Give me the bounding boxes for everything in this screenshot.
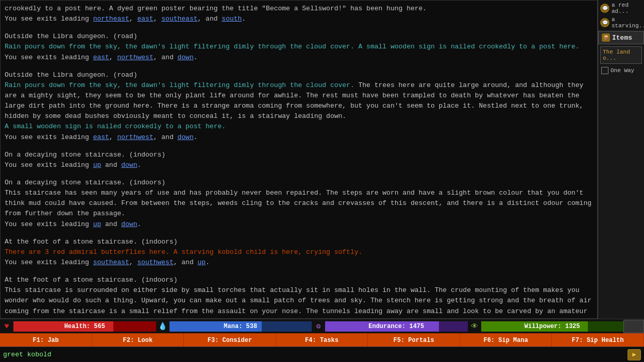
eye-icon: 👁 — [468, 320, 481, 333]
mana-label: Mana: 538 — [224, 323, 257, 330]
health-status: ♥ Health: 565 — [0, 319, 156, 333]
items-icon: 📦 — [602, 33, 610, 42]
drop-icon: 💧 — [156, 320, 170, 333]
exit-east-2[interactable]: east — [93, 54, 109, 61]
text-line: crookedly to a post here. A dyed green p… — [5, 5, 427, 12]
avatar — [623, 320, 644, 333]
location-title-7: At the foot of a stone staircase. (indoo… — [5, 276, 177, 284]
exit-down-2[interactable]: down — [178, 54, 194, 61]
fkey-7[interactable]: F7: Sip Health — [552, 334, 644, 347]
one-way-label: One Way — [611, 67, 634, 74]
location-title-2: Outside the Libra dungeon. (road) — [5, 32, 137, 40]
exit-east-3[interactable]: east — [93, 133, 109, 141]
orange-text-6: There are 3 red admiral butterflies here… — [5, 248, 362, 256]
creature-label-2: a starving... — [612, 16, 644, 29]
map-label: The land o... — [600, 46, 642, 64]
exit-northwest-2[interactable]: northwest — [117, 54, 153, 61]
fkey-3[interactable]: F3: Consider — [184, 334, 276, 347]
willpower-bar: Willpower: 1325 — [481, 321, 624, 332]
text-block-4: On a decaying stone staircase. (indoors)… — [5, 150, 593, 170]
location-title-3: Outside the Libra dungeon. (road) — [5, 71, 137, 79]
fkey-5[interactable]: F5: Portals — [368, 334, 460, 347]
willpower-label: Willpower: 1325 — [524, 323, 580, 330]
one-way-checkbox[interactable] — [601, 67, 608, 74]
command-input[interactable] — [3, 351, 625, 358]
health-bar: Health: 565 — [13, 321, 156, 332]
sidebar-creature-1: 💬 a red ad... — [600, 2, 642, 14]
location-title-6: At the foot of a stone staircase. (indoo… — [5, 238, 177, 246]
submit-button[interactable]: ▶ — [628, 349, 641, 360]
items-header[interactable]: 📦 Items — [598, 31, 644, 44]
input-area: ▶ — [0, 347, 644, 362]
sidebar-creature-2: 💬 a starving... — [600, 16, 642, 29]
exit-up-4[interactable]: up — [93, 161, 101, 169]
willpower-status: 👁 Willpower: 1325 — [468, 319, 624, 333]
text-block-7: At the foot of a stone staircase. (indoo… — [5, 275, 593, 319]
text-block-2: Outside the Libra dungeon. (road) Rain p… — [5, 31, 593, 62]
teal-text-2: Rain pours down from the sky, the dawn's… — [5, 43, 580, 50]
sidebar-top: 💬 a red ad... 💬 a starving... — [598, 0, 644, 31]
text-block-1: crookedly to a post here. A dyed green p… — [5, 4, 593, 24]
swirl-icon: ⚙ — [312, 320, 325, 333]
exits-line-6: You see exits leading southeast, southwe… — [5, 258, 210, 266]
endurance-label: Endurance: 1475 — [368, 323, 424, 330]
exit-southeast-1[interactable]: southeast — [161, 15, 197, 23]
exit-northwest-3[interactable]: northwest — [117, 133, 153, 141]
text-block-3: Outside the Libra dungeon. (road) Rain p… — [5, 70, 593, 143]
text-block-5: On a decaying stone staircase. (indoors)… — [5, 178, 593, 230]
exits-line-2: You see exits leading east, northwest, a… — [5, 54, 198, 61]
exit-up-6[interactable]: up — [198, 258, 206, 266]
location-title-4: On a decaying stone staircase. (indoors) — [5, 151, 165, 159]
sidebar: 💬 a red ad... 💬 a starving... 📦 Items Th… — [598, 0, 644, 319]
fkey-6[interactable]: F6: Sip Mana — [460, 334, 552, 347]
teal-text-3b: A small wooden sign is nailed crookedly … — [5, 123, 226, 130]
exit-northeast[interactable]: northeast — [93, 15, 129, 23]
exit-southeast-6[interactable]: southeast — [93, 258, 129, 266]
creature-icon-1: 💬 — [600, 4, 609, 13]
exit-south-1[interactable]: south — [222, 15, 242, 23]
fkeys-bar: F1: Jab F2: Look F3: Consider F4: Tasks … — [0, 333, 644, 347]
creature-icon-2: 💬 — [600, 18, 609, 27]
body-text-7: This staircase is surrounded on either s… — [5, 286, 591, 319]
body-text-5: This staircase has seen many years of us… — [5, 189, 591, 217]
health-label: Health: 565 — [64, 323, 105, 330]
exit-down-5[interactable]: down — [121, 220, 137, 228]
exit-east-1[interactable]: east — [137, 15, 153, 23]
fkey-2[interactable]: F2: Look — [92, 334, 184, 347]
endurance-status: ⚙ Endurance: 1475 — [312, 319, 468, 333]
exits-line-4: You see exits leading up and down. — [5, 161, 141, 169]
fkey-4[interactable]: F4: Tasks — [276, 334, 368, 347]
teal-text-3a: Rain pours down from the sky, the dawn's… — [5, 81, 354, 89]
exit-down-4[interactable]: down — [121, 161, 137, 169]
status-bar: ♥ Health: 565 💧 Mana: 538 ⚙ Endurance: 1… — [0, 319, 644, 333]
exits-line: You see exits leading northeast, east, s… — [5, 15, 246, 23]
location-title-5: On a decaying stone staircase. (indoors) — [5, 179, 165, 186]
one-way-item[interactable]: One Way — [600, 66, 642, 75]
fkey-1[interactable]: F1: Jab — [0, 334, 92, 347]
items-label: Items — [612, 34, 632, 42]
exit-down-3[interactable]: down — [178, 133, 194, 141]
exit-up-5[interactable]: up — [93, 220, 101, 228]
mana-status: 💧 Mana: 538 — [156, 319, 312, 333]
sidebar-bottom: The land o... One Way — [598, 44, 644, 77]
text-block-6: At the foot of a stone staircase. (indoo… — [5, 237, 593, 268]
exit-southwest-6[interactable]: southwest — [137, 258, 173, 266]
game-text-area: crookedly to a post here. A dyed green p… — [0, 0, 598, 319]
exits-line-3: You see exits leading east, northwest, a… — [5, 133, 198, 141]
endurance-bar: Endurance: 1475 — [325, 321, 468, 332]
mana-bar: Mana: 538 — [170, 321, 312, 332]
heart-icon: ♥ — [0, 320, 13, 333]
exits-line-5: You see exits leading up and down. — [5, 220, 141, 228]
creature-label-1: a red ad... — [612, 2, 642, 14]
